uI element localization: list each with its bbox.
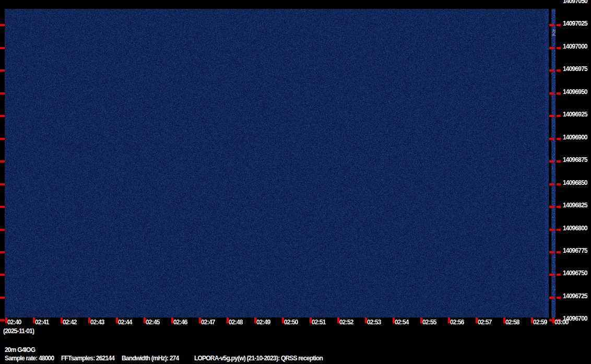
- freq-tick-label: 14096875: [563, 157, 587, 163]
- lopora-grabber-window: 1409705014097025140970001409697514096950…: [0, 0, 591, 364]
- freq-tick-right-dash: [557, 69, 561, 72]
- freq-tick-right-dash: [557, 206, 561, 208]
- freq-tick-label: 14097025: [563, 20, 587, 27]
- freq-tick-left: [0, 138, 5, 140]
- time-tick-label: 02:59: [533, 319, 547, 325]
- freq-tick-label: 14096950: [563, 89, 587, 95]
- freq-tick-left: [0, 160, 5, 162]
- freq-tick-label: 14096750: [563, 270, 587, 276]
- freq-tick-right-dash: [549, 160, 554, 162]
- freq-tick-left: [0, 297, 5, 299]
- freq-tick-left: [0, 183, 5, 185]
- app-version-label: LOPORA-v5g.py(w) (21-10-2023): QRSS rece…: [194, 355, 323, 361]
- freq-tick-right-dash: [557, 24, 561, 26]
- time-tick-label: 02:40: [7, 319, 21, 325]
- freq-tick-label: 14096775: [563, 248, 587, 254]
- freq-tick-left: [0, 274, 5, 276]
- freq-tick-right-dash: [549, 24, 554, 26]
- time-tick-label: 02:42: [63, 319, 77, 325]
- freq-tick-label: 14096725: [563, 293, 587, 299]
- freq-tick-label: 14096900: [563, 134, 587, 140]
- time-tick-label: 02:46: [173, 319, 187, 325]
- freq-tick-right-dash: [557, 138, 561, 140]
- freq-tick-label: 14096825: [563, 202, 587, 208]
- time-tick-label: 02:48: [229, 319, 243, 325]
- time-tick-label: 02:52: [339, 319, 353, 325]
- freq-tick-right-dash: [549, 115, 554, 117]
- freq-tick-right-dash: [557, 92, 561, 95]
- freq-tick-left: [0, 24, 5, 26]
- date-label: (2025-11-01): [3, 328, 34, 334]
- freq-tick-right-dash: [557, 183, 561, 185]
- time-tick-label: 03:00: [554, 319, 569, 325]
- freq-tick-label: 14097000: [563, 43, 587, 50]
- freq-tick-right-dash: [549, 206, 554, 208]
- freq-tick-label: 14096850: [563, 180, 587, 186]
- freq-tick-right-dash: [549, 229, 554, 231]
- freq-tick-label: 14096800: [563, 225, 587, 231]
- freq-tick-right-dash: [557, 47, 561, 49]
- freq-tick-label: 14097050: [563, 0, 587, 4]
- freq-tick-right-dash: [549, 297, 554, 299]
- bandwidth-label: Bandwidth (mHz): 274: [122, 355, 179, 361]
- time-tick-label: 02:45: [146, 319, 160, 325]
- freq-tick-left: [0, 229, 5, 231]
- sample-rate-label: Sample rate: 48000: [5, 355, 54, 361]
- freq-tick-right-dash: [557, 251, 561, 253]
- time-tick-label: 02:58: [505, 319, 519, 325]
- recent-column-spectrogram: [551, 9, 555, 318]
- time-tick-label: 02:57: [478, 319, 492, 325]
- freq-tick-left: [0, 206, 5, 208]
- fft-samples-label: FFTsamples: 262144: [61, 355, 114, 361]
- freq-tick-right-dash: [557, 297, 561, 299]
- freq-tick-right-dash: [549, 183, 554, 185]
- waterfall-spectrogram: [5, 9, 549, 318]
- time-tick-label: 02:51: [312, 319, 326, 325]
- time-tick-label: 02:55: [422, 319, 436, 325]
- freq-tick-left: [0, 69, 5, 72]
- freq-tick-left: [0, 47, 5, 49]
- time-tick-label: 02:41: [35, 319, 49, 325]
- station-label: 20m G4IOG: [5, 347, 35, 353]
- freq-tick-right-dash: [549, 47, 554, 49]
- freq-tick-right-dash: [557, 229, 561, 231]
- time-tick-label: 02:56: [450, 319, 464, 325]
- freq-tick-right-dash: [549, 69, 554, 72]
- time-tick-label: 02:47: [201, 319, 215, 325]
- freq-tick-right-dash: [549, 138, 554, 140]
- freq-tick-left: [0, 92, 5, 95]
- time-tick-label: 02:50: [284, 319, 298, 325]
- freq-tick-label: 14096975: [563, 66, 587, 72]
- freq-tick-right-dash: [549, 92, 554, 95]
- time-tick-label: 02:49: [256, 319, 270, 325]
- freq-tick-right-dash: [557, 274, 561, 276]
- freq-tick-left: [0, 115, 5, 117]
- time-tick-label: 02:43: [90, 319, 104, 325]
- time-tick-label: 02:54: [395, 319, 409, 325]
- freq-tick-left: [0, 251, 5, 253]
- freq-tick-right-dash: [557, 160, 561, 162]
- freq-tick-right-dash: [557, 115, 561, 117]
- freq-tick-right-dash: [549, 274, 554, 276]
- time-tick-label: 02:53: [367, 319, 381, 325]
- time-tick-label: 02:44: [118, 319, 132, 325]
- freq-tick-left: [0, 319, 5, 321]
- freq-tick-label: 14096925: [563, 111, 587, 118]
- freq-tick-right-dash: [549, 251, 554, 253]
